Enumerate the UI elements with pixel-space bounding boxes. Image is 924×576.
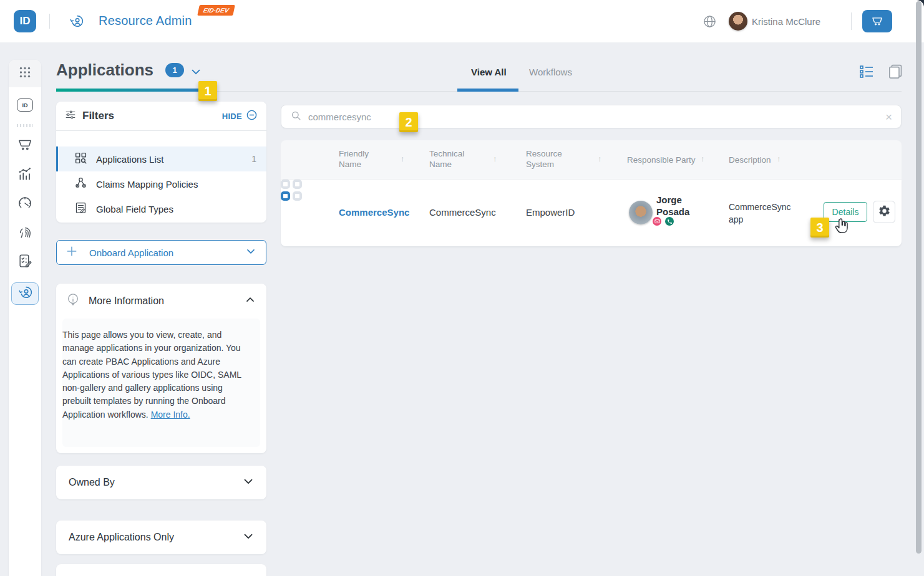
search-icon: [290, 110, 302, 124]
tab-view-all[interactable]: View All: [471, 67, 507, 77]
nav-item-cart[interactable]: [9, 136, 41, 155]
more-information-title: More Information: [89, 295, 164, 307]
responsible-party-avatar[interactable]: [629, 201, 653, 224]
analytics-icon: [17, 166, 33, 185]
filter-item-claims-mapping[interactable]: Claims Mapping Policies: [56, 171, 266, 196]
active-tab-indicator: [457, 89, 518, 92]
hide-filters-button[interactable]: HIDE: [222, 109, 258, 123]
more-information-text: This page allows you to view, create, an…: [62, 330, 241, 420]
environment-badge: EID-DEV: [197, 5, 235, 16]
filter-item-global-field-types[interactable]: Global Field Types: [56, 196, 266, 221]
onboard-label: Onboard Application: [89, 247, 173, 258]
info-pin-icon: [66, 292, 80, 310]
filter-item-count: 1: [251, 154, 256, 164]
resource-admin-active-icon: [17, 285, 33, 303]
tab-workflows[interactable]: Workflows: [529, 67, 572, 77]
column-header-technical-name[interactable]: Technical Name: [429, 148, 474, 170]
resource-admin-icon: [69, 14, 84, 32]
sort-icon[interactable]: ↑: [777, 153, 781, 164]
next-section-partial: [56, 564, 266, 576]
column-header-friendly-name[interactable]: Friendly Name: [339, 148, 384, 170]
phone-badge-icon[interactable]: [664, 216, 675, 227]
column-header-description[interactable]: Description: [729, 155, 771, 165]
card-view-icon[interactable]: [886, 62, 903, 82]
user-avatar[interactable]: [729, 12, 747, 31]
sort-icon[interactable]: ↑: [401, 153, 405, 164]
apps-grid-button[interactable]: [9, 60, 41, 87]
table-header: Friendly Name ↑ Technical Name ↑ Resourc…: [281, 140, 902, 180]
filters-title: Filters: [82, 110, 114, 122]
onboard-application-button[interactable]: Onboard Application: [56, 240, 266, 265]
filters-header: Filters HIDE: [56, 102, 266, 131]
responsible-party-name[interactable]: Jorge Posada: [656, 194, 703, 218]
chevron-up-icon: [244, 294, 256, 309]
nav-item-forms[interactable]: [9, 253, 41, 271]
row-settings-button[interactable]: [873, 201, 895, 223]
page-title-chevron-icon[interactable]: [189, 65, 203, 81]
column-header-responsible-party[interactable]: Responsible Party: [627, 155, 696, 165]
title-accent-bar: [56, 89, 209, 92]
more-information-body: This page allows you to view, create, an…: [62, 319, 260, 447]
list-view-icon[interactable]: [859, 65, 874, 81]
header-divider-2: [851, 12, 852, 30]
chevron-down-icon: [241, 529, 255, 545]
nav-item-resource-admin[interactable]: [11, 282, 39, 305]
user-name[interactable]: Kristina McClure: [752, 16, 820, 27]
id-badge-icon: ID: [17, 98, 33, 112]
nav-rail: ID: [9, 60, 41, 576]
cart-button[interactable]: [862, 10, 892, 32]
step-badge-1: 1: [198, 81, 217, 101]
friendly-name-link[interactable]: CommerceSync: [339, 207, 409, 218]
more-information-panel: More Information This page allows you to…: [56, 284, 266, 453]
nav-item-id-badge[interactable]: ID: [9, 98, 41, 112]
globe-icon[interactable]: [703, 14, 717, 31]
applications-list-icon: [74, 151, 87, 166]
app-title: Resource Admin: [99, 14, 192, 28]
scrollbar-thumb[interactable]: [916, 1, 922, 554]
fingerprint-icon: [17, 225, 33, 243]
description-cell: CommerceSync app: [729, 201, 791, 226]
column-header-resource-system[interactable]: Resource System: [526, 148, 575, 170]
resource-admin-app: ID Resource Admin EID-DEV Kristina McClu…: [0, 0, 924, 576]
sort-icon[interactable]: ↑: [493, 153, 497, 164]
filters-icon: [65, 109, 76, 123]
step-badge-2: 2: [399, 112, 418, 132]
clear-search-icon[interactable]: ×: [885, 111, 892, 123]
applications-count-badge: 1: [165, 63, 184, 77]
nav-item-analytics[interactable]: [9, 166, 41, 185]
search-input[interactable]: [308, 112, 879, 122]
sort-icon[interactable]: ↑: [598, 153, 602, 164]
search-bar: ×: [281, 105, 902, 128]
shopping-cart-icon: [17, 136, 33, 155]
hand-cursor-icon: [834, 218, 850, 239]
empowerid-logo[interactable]: ID: [14, 10, 36, 32]
owned-by-section[interactable]: Owned By: [56, 466, 266, 499]
filter-item-applications-list[interactable]: Applications List 1: [56, 146, 266, 171]
claims-mapping-icon: [74, 176, 87, 191]
step-badge-3: 3: [810, 218, 829, 238]
gauge-icon: [17, 195, 33, 214]
filter-item-label: Applications List: [96, 154, 163, 165]
minus-circle-icon: [246, 109, 258, 123]
hide-label: HIDE: [222, 112, 242, 121]
page-title: Applications: [56, 60, 153, 80]
table-row-commercesync: CommerceSync CommerceSync EmpowerID Jorg…: [281, 180, 902, 246]
chevron-down-icon: [245, 245, 257, 260]
application-tile-icon: [281, 180, 302, 201]
azure-applications-only-section[interactable]: Azure Applications Only: [56, 521, 266, 554]
rail-divider: [17, 124, 33, 127]
header-divider: [49, 14, 50, 29]
filters-panel: Filters HIDE Applications List 1: [56, 102, 266, 223]
cart-icon: [871, 14, 883, 29]
mail-badge-icon[interactable]: [651, 216, 663, 227]
more-information-header[interactable]: More Information: [56, 284, 266, 319]
gear-icon: [878, 204, 891, 219]
apps-grid-icon: [19, 66, 31, 81]
sort-icon[interactable]: ↑: [701, 153, 705, 164]
filter-item-label: Global Field Types: [96, 204, 173, 214]
nav-item-gauge[interactable]: [9, 195, 41, 214]
technical-name-cell: CommerceSync: [429, 207, 496, 218]
nav-item-fingerprint[interactable]: [9, 225, 41, 243]
form-edit-icon: [17, 253, 33, 271]
more-info-link[interactable]: More Info.: [151, 410, 190, 420]
